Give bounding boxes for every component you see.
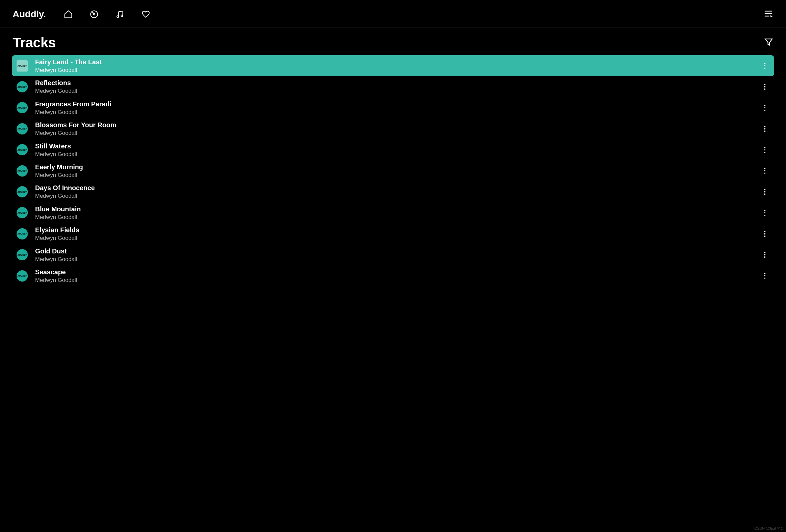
track-info: Eaerly MorningMedwyn Goodall: [35, 163, 760, 178]
track-row[interactable]: AUDDLYFragrances From ParadiMedwyn Gooda…: [12, 97, 774, 118]
svg-point-3: [121, 15, 123, 17]
app-logo[interactable]: Auddly.: [13, 9, 46, 20]
track-artist: Medwyn Goodall: [35, 235, 760, 241]
track-title: Fairy Land - The Last: [35, 58, 760, 66]
page-title: Tracks: [13, 35, 56, 51]
svg-point-0: [90, 11, 97, 18]
more-icon[interactable]: [760, 166, 769, 175]
track-row[interactable]: AUDDLYDays Of InnocenceMedwyn Goodall: [12, 181, 774, 202]
track-art: AUDDLY: [17, 144, 28, 155]
track-art: AUDDLY: [17, 102, 28, 113]
track-info: Fragrances From ParadiMedwyn Goodall: [35, 100, 760, 116]
track-row[interactable]: AUDDLYGold DustMedwyn Goodall: [12, 244, 774, 265]
more-icon[interactable]: [760, 61, 769, 71]
track-artist: Medwyn Goodall: [35, 130, 760, 137]
track-row[interactable]: AUDDLYReflectionsMedwyn Goodall: [12, 76, 774, 97]
more-icon[interactable]: [760, 271, 769, 281]
track-row[interactable]: AUDDLYFairy Land - The LastMedwyn Goodal…: [12, 55, 774, 76]
track-title: Eaerly Morning: [35, 163, 760, 171]
track-artist: Medwyn Goodall: [35, 193, 760, 199]
nav-icons: [63, 9, 151, 19]
disc-icon[interactable]: [89, 9, 99, 19]
svg-point-2: [117, 16, 119, 18]
track-artist: Medwyn Goodall: [35, 151, 760, 158]
more-icon[interactable]: [760, 208, 769, 217]
track-art: AUDDLY: [17, 186, 28, 197]
more-icon[interactable]: [760, 187, 769, 196]
track-info: Elysian FieldsMedwyn Goodall: [35, 226, 760, 241]
track-row[interactable]: AUDDLYBlossoms For Your RoomMedwyn Gooda…: [12, 118, 774, 139]
track-title: Fragrances From Paradi: [35, 100, 760, 108]
track-info: Gold DustMedwyn Goodall: [35, 247, 760, 263]
track-art: AUDDLY: [17, 249, 28, 260]
more-icon[interactable]: [760, 145, 769, 154]
queue-icon[interactable]: [763, 8, 773, 20]
track-title: Reflections: [35, 79, 760, 87]
track-art: AUDDLY: [17, 270, 28, 282]
track-title: Still Waters: [35, 142, 760, 150]
svg-point-1: [93, 14, 95, 15]
track-info: SeascapeMedwyn Goodall: [35, 268, 760, 284]
track-row[interactable]: AUDDLYBlue MountainMedwyn Goodall: [12, 202, 774, 223]
filter-icon[interactable]: [764, 38, 773, 48]
track-artist: Medwyn Goodall: [35, 109, 760, 116]
track-info: Fairy Land - The LastMedwyn Goodall: [35, 58, 760, 74]
track-art: AUDDLY: [17, 60, 28, 72]
track-title: Blue Mountain: [35, 205, 760, 213]
track-artist: Medwyn Goodall: [35, 172, 760, 178]
home-icon[interactable]: [63, 9, 73, 19]
track-art: AUDDLY: [17, 81, 28, 92]
track-row[interactable]: AUDDLYEaerly MorningMedwyn Goodall: [12, 160, 774, 181]
track-info: ReflectionsMedwyn Goodall: [35, 79, 760, 94]
track-artist: Medwyn Goodall: [35, 277, 760, 284]
track-row[interactable]: AUDDLYElysian FieldsMedwyn Goodall: [12, 223, 774, 244]
track-info: Still WatersMedwyn Goodall: [35, 142, 760, 158]
track-artist: Medwyn Goodall: [35, 214, 760, 221]
track-info: Blossoms For Your RoomMedwyn Goodall: [35, 121, 760, 137]
heart-icon[interactable]: [141, 9, 151, 19]
track-artist: Medwyn Goodall: [35, 67, 760, 74]
track-row[interactable]: AUDDLYStill WatersMedwyn Goodall: [12, 140, 774, 160]
more-icon[interactable]: [760, 82, 769, 92]
track-title: Days Of Innocence: [35, 184, 760, 192]
track-info: Blue MountainMedwyn Goodall: [35, 205, 760, 221]
more-icon[interactable]: [760, 229, 769, 239]
track-art: AUDDLY: [17, 207, 28, 218]
app-header: Auddly.: [0, 0, 786, 27]
track-title: Blossoms For Your Room: [35, 121, 760, 129]
more-icon[interactable]: [760, 250, 769, 259]
track-art: AUDDLY: [17, 123, 28, 135]
track-row[interactable]: AUDDLYSeascapeMedwyn Goodall: [12, 265, 774, 286]
track-art: AUDDLY: [17, 165, 28, 176]
track-info: Days Of InnocenceMedwyn Goodall: [35, 184, 760, 199]
music-icon[interactable]: [115, 9, 125, 19]
track-artist: Medwyn Goodall: [35, 256, 760, 263]
track-list: AUDDLYFairy Land - The LastMedwyn Goodal…: [0, 55, 786, 286]
track-title: Seascape: [35, 268, 760, 276]
track-title: Gold Dust: [35, 247, 760, 255]
watermark: CSDN @杨浦老苏: [755, 526, 784, 531]
more-icon[interactable]: [760, 103, 769, 112]
page-header: Tracks: [0, 27, 786, 55]
more-icon[interactable]: [760, 124, 769, 134]
track-title: Elysian Fields: [35, 226, 760, 234]
track-art: AUDDLY: [17, 228, 28, 240]
track-artist: Medwyn Goodall: [35, 88, 760, 94]
